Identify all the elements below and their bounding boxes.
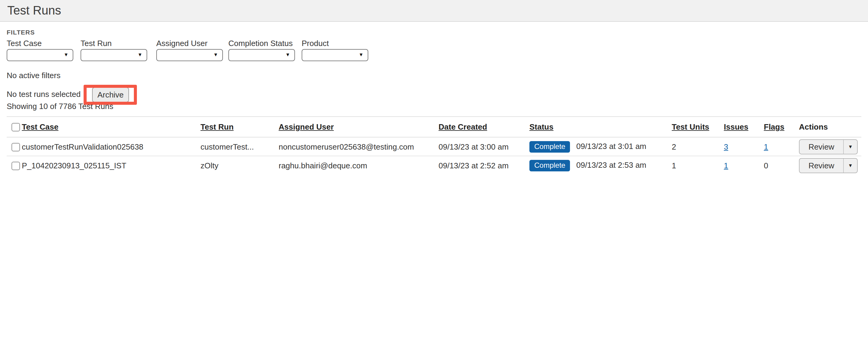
column-header-cell: Date Created (438, 117, 529, 137)
row-checkbox[interactable] (11, 143, 20, 151)
showing-count-text: Showing 10 of 7786 Test Runs (7, 102, 113, 111)
actions-cell: Review▼ (799, 156, 861, 174)
issues-link[interactable]: 3 (724, 142, 728, 151)
review-button-label[interactable]: Review (800, 139, 843, 154)
test-case-cell: customerTestRunValidation025638 (22, 137, 200, 156)
assigned-user-cell-text: raghu.bhairi@deque.com (279, 161, 367, 170)
archive-button[interactable]: Archive (92, 87, 129, 102)
column-header-assigned-user[interactable]: Assigned User (279, 122, 334, 131)
select-all-header-cell (7, 117, 22, 137)
date-created-cell-text: 09/13/23 at 2:52 am (438, 161, 508, 170)
filter-assigned-user: Assigned User▼ (156, 39, 223, 61)
issues-cell: 1 (724, 156, 764, 174)
assigned-user-cell: raghu.bhairi@deque.com (279, 156, 438, 174)
filter-product: Product▼ (302, 39, 368, 61)
column-header-test-units[interactable]: Test Units (672, 122, 709, 131)
assigned-user-select[interactable]: ▼ (156, 49, 223, 61)
test-runs-table: Test CaseTest RunAssigned UserDate Creat… (7, 116, 861, 174)
chevron-down-icon[interactable]: ▼ (843, 158, 857, 172)
filter-label: Product (302, 39, 368, 48)
test-units-value: 1 (672, 161, 676, 170)
chevron-down-icon: ▼ (137, 52, 142, 58)
column-header-cell: Test Case (22, 117, 200, 137)
page-title: Test Runs (0, 0, 868, 21)
column-header-issues[interactable]: Issues (724, 122, 748, 131)
filter-test-case: Test Case▼ (7, 39, 73, 61)
test-case-cell-text: P_10420230913_025115_IST (22, 161, 126, 170)
status-date-text: 09/13/23 at 3:01 am (576, 141, 646, 151)
test-runs-page: Test Runs FILTERS Test Case▼Test Run▼Ass… (0, 0, 868, 174)
status-date-text: 09/13/23 at 2:53 am (576, 160, 646, 169)
row-checkbox[interactable] (11, 162, 20, 170)
column-header-cell: Test Run (200, 117, 279, 137)
status-cell: Complete09/13/23 at 2:53 am (529, 156, 672, 174)
flags-count: 0 (764, 161, 768, 170)
review-button[interactable]: Review▼ (799, 158, 858, 173)
chevron-down-icon: ▼ (359, 52, 364, 58)
test-run-cell-text: customerTest... (200, 142, 254, 151)
flags-link[interactable]: 1 (764, 142, 768, 151)
select-all-checkbox[interactable] (11, 123, 20, 132)
column-header-cell: Flags (764, 117, 799, 137)
completion-status-select[interactable]: ▼ (228, 49, 295, 61)
column-header-flags[interactable]: Flags (764, 122, 784, 131)
no-active-filters-text: No active filters (7, 71, 61, 80)
chevron-down-icon: ▼ (213, 52, 218, 58)
row-select-cell (7, 156, 22, 174)
column-header-cell: Status (529, 117, 672, 137)
test-runs-table-wrapper: Test CaseTest RunAssigned UserDate Creat… (7, 116, 861, 174)
assigned-user-cell-text: noncustomeruser025638@testing.com (279, 142, 414, 151)
test-units-value: 2 (672, 142, 676, 151)
column-header-actions: Actions (799, 122, 828, 131)
column-header-status[interactable]: Status (529, 122, 553, 131)
assigned-user-cell: noncustomeruser025638@testing.com (279, 137, 438, 156)
test-run-cell: zOlty (200, 156, 279, 174)
test-run-select[interactable]: ▼ (81, 49, 147, 61)
actions-cell: Review▼ (799, 137, 861, 156)
chevron-down-icon[interactable]: ▼ (843, 139, 857, 154)
column-header-cell: Assigned User (279, 117, 438, 137)
table-row: P_10420230913_025115_ISTzOltyraghu.bhair… (7, 156, 861, 174)
page-header: Test Runs (0, 0, 868, 22)
test-run-cell-text: zOlty (200, 161, 218, 170)
flags-cell: 0 (764, 156, 799, 174)
filter-row: Test Case▼Test Run▼Assigned User▼Complet… (7, 39, 394, 62)
status-badge: Complete (529, 160, 570, 171)
column-header-cell: Issues (724, 117, 764, 137)
issues-cell: 3 (724, 137, 764, 156)
filter-label: Test Run (81, 39, 147, 48)
filter-label: Completion Status (228, 39, 295, 48)
no-selection-text: No test runs selected (7, 90, 81, 99)
column-header-date-created[interactable]: Date Created (438, 122, 487, 131)
status-cell: Complete09/13/23 at 3:01 am (529, 137, 672, 156)
test-case-select[interactable]: ▼ (7, 49, 73, 61)
column-header-test-case[interactable]: Test Case (22, 122, 58, 131)
filter-label: Assigned User (156, 39, 223, 48)
date-created-cell-text: 09/13/23 at 3:00 am (438, 142, 508, 151)
column-header-cell: Test Units (672, 117, 724, 137)
table-row: customerTestRunValidation025638customerT… (7, 137, 861, 156)
row-select-cell (7, 137, 22, 156)
filter-completion-status: Completion Status▼ (228, 39, 295, 61)
column-header-cell: Actions (799, 117, 861, 137)
flags-cell: 1 (764, 137, 799, 156)
chevron-down-icon: ▼ (285, 52, 290, 58)
product-select[interactable]: ▼ (302, 49, 368, 61)
filters-heading: FILTERS (7, 28, 35, 36)
filter-label: Test Case (7, 39, 73, 48)
column-header-test-run[interactable]: Test Run (200, 122, 234, 131)
test-case-cell-text: customerTestRunValidation025638 (22, 142, 143, 151)
filter-test-run: Test Run▼ (81, 39, 147, 61)
status-badge: Complete (529, 141, 570, 152)
date-created-cell: 09/13/23 at 2:52 am (438, 156, 529, 174)
review-button-label[interactable]: Review (800, 158, 843, 172)
test-units-cell: 2 (672, 137, 724, 156)
review-button[interactable]: Review▼ (799, 139, 858, 154)
issues-link[interactable]: 1 (724, 161, 728, 170)
table-header-row: Test CaseTest RunAssigned UserDate Creat… (7, 117, 861, 137)
chevron-down-icon: ▼ (64, 52, 68, 58)
test-case-cell: P_10420230913_025115_IST (22, 156, 200, 174)
test-run-cell: customerTest... (200, 137, 279, 156)
date-created-cell: 09/13/23 at 3:00 am (438, 137, 529, 156)
test-units-cell: 1 (672, 156, 724, 174)
